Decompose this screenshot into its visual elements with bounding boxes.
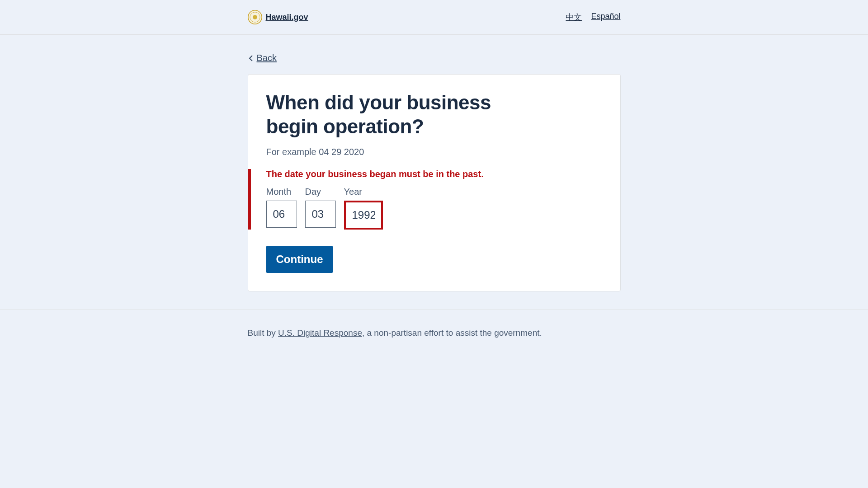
footer-prefix: Built by (248, 328, 278, 338)
continue-button[interactable]: Continue (266, 246, 333, 273)
svg-point-2 (253, 15, 257, 19)
main-content: Back When did your business begin operat… (248, 35, 621, 310)
year-label: Year (344, 187, 383, 197)
day-field: Day (305, 187, 336, 230)
question-card: When did your business begin operation? … (248, 74, 621, 291)
month-label: Month (266, 187, 297, 197)
day-input[interactable] (305, 201, 336, 228)
footer-suffix: , a non-partisan effort to assist the go… (362, 328, 542, 338)
footer-usdr-link[interactable]: U.S. Digital Response (278, 328, 362, 338)
footer-content: Built by U.S. Digital Response, a non-pa… (248, 328, 621, 338)
site-header: Hawaii.gov 中文 Español (0, 0, 868, 35)
state-seal-icon (248, 10, 262, 24)
header-inner: Hawaii.gov 中文 Español (248, 10, 621, 24)
back-link[interactable]: Back (248, 53, 277, 63)
language-switcher: 中文 Español (566, 12, 620, 23)
language-link-es[interactable]: Español (591, 12, 620, 23)
date-input-row: Month Day Year (266, 187, 602, 230)
month-input[interactable] (266, 201, 297, 228)
back-link-label: Back (257, 53, 277, 63)
error-block: The date your business began must be in … (248, 169, 602, 230)
site-home-link[interactable]: Hawaii.gov (266, 13, 308, 22)
year-input[interactable] (344, 201, 383, 230)
error-message: The date your business began must be in … (266, 169, 602, 179)
chevron-left-icon (248, 55, 255, 62)
page-title: When did your business begin operation? (266, 91, 519, 139)
day-label: Day (305, 187, 336, 197)
year-field: Year (344, 187, 383, 230)
language-link-zh[interactable]: 中文 (566, 12, 582, 23)
site-brand: Hawaii.gov (248, 10, 308, 24)
date-hint: For example 04 29 2020 (266, 147, 602, 157)
month-field: Month (266, 187, 297, 230)
site-footer: Built by U.S. Digital Response, a non-pa… (0, 310, 868, 356)
